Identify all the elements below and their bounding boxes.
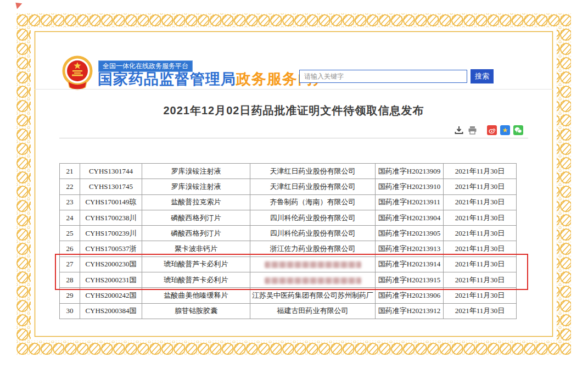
header-divider	[35, 89, 553, 90]
table-row: 21 CYHS1301744 罗库溴铵注射液 天津红日药业股份有限公司 国药准字…	[60, 164, 517, 179]
cell-approval-number: 国药准字H20213915	[376, 272, 444, 288]
cell-date: 2021年11月30日	[444, 164, 517, 179]
cell-approval-number: 国药准字H20213913	[376, 241, 444, 257]
site-title: 国家药品监督管理局政务服务门户	[98, 69, 328, 89]
cell-row-number: 21	[60, 164, 80, 179]
search-input[interactable]	[299, 70, 467, 83]
cell-company-name: 福建古田药业有限公司	[250, 303, 376, 319]
cell-approval-number: 国药准字H20213911	[376, 194, 444, 210]
cell-date: 2021年11月30日	[444, 257, 517, 272]
cell-company-name: 四川科伦药业股份有限公司	[250, 210, 376, 225]
table-row: 24 CYHS1700238川 磷酸西格列汀片 四川科伦药业股份有限公司 国药准…	[60, 210, 517, 225]
cell-date: 2021年11月30日	[444, 303, 517, 319]
cell-company-name	[250, 272, 376, 288]
cell-acceptance-code: CYHS1700238川	[80, 210, 142, 225]
cell-acceptance-code: CYHS1301745	[80, 179, 142, 194]
wechat-share-icon[interactable]	[513, 125, 523, 135]
download-icon[interactable]	[454, 125, 464, 135]
national-emblem-logo	[61, 55, 94, 91]
cell-row-number: 23	[60, 194, 80, 210]
cell-row-number: 25	[60, 226, 80, 241]
table-row: 28 CYHS2000231国 琥珀酸普芦卡必利片 国药准字H20213915 …	[60, 272, 517, 288]
portal-page: 全国一体化在线政务服务平台 国家药品监督管理局政务服务门户 搜索 2021年12…	[0, 0, 588, 368]
cell-row-number: 22	[60, 179, 80, 194]
cell-acceptance-code: CYHS2000242国	[80, 288, 142, 303]
cell-drug-name: 琥珀酸普芦卡必利片	[142, 272, 250, 288]
cell-acceptance-code: CYHS1700537浙	[80, 241, 142, 257]
cell-company-name: 江苏吴中医药集团有限公司苏州制药厂	[250, 288, 376, 303]
redacted-company-blur	[265, 277, 361, 284]
cell-approval-number: 国药准字H20213905	[376, 226, 444, 241]
cell-drug-name: 罗库溴铵注射液	[142, 179, 250, 194]
cell-row-number: 28	[60, 272, 80, 288]
cell-date: 2021年11月30日	[444, 226, 517, 241]
site-name: 国家药品监督管理局	[98, 71, 236, 87]
toolbar-divider	[59, 138, 528, 138]
cell-date: 2021年11月30日	[444, 241, 517, 257]
table-row: 27 CYHS2000230国 琥珀酸普芦卡必利片 国药准字H20213914 …	[60, 257, 517, 272]
cell-acceptance-code: CYHS1301744	[80, 164, 142, 179]
cell-row-number: 26	[60, 241, 80, 257]
cell-acceptance-code: CYHS2000230国	[80, 257, 142, 272]
weibo-share-icon[interactable]	[487, 125, 497, 135]
cell-acceptance-code: CYHS2000384国	[80, 303, 142, 319]
cell-acceptance-code: CYHS2000231国	[80, 272, 142, 288]
cell-date: 2021年11月30日	[444, 179, 517, 194]
qzone-share-icon[interactable]: ★	[500, 125, 510, 135]
cell-drug-name: 聚卡波非钙片	[142, 241, 250, 257]
cell-date: 2021年11月30日	[444, 194, 517, 210]
cell-approval-number: 国药准字H20213904	[376, 210, 444, 225]
cell-row-number: 24	[60, 210, 80, 225]
table-row: 26 CYHS1700537浙 聚卡波非钙片 浙江佐力药业股份有限公司 国药准字…	[60, 241, 517, 257]
cell-approval-number: 国药准字H20213914	[376, 257, 444, 272]
table-row: 30 CYHS2000384国 腺苷钴胺胶囊 福建古田药业有限公司 国药准字H2…	[60, 303, 517, 319]
cell-acceptance-code: CYHS1700239川	[80, 226, 142, 241]
cell-date: 2021年11月30日	[444, 272, 517, 288]
redacted-company-blur	[265, 261, 361, 268]
cell-company-name	[250, 257, 376, 272]
cell-drug-name: 盐酸曲美他嗪缓释片	[142, 288, 250, 303]
share-toolbar: ★	[454, 125, 523, 135]
table-row: 25 CYHS1700239川 磷酸西格列汀片 四川科伦药业股份有限公司 国药准…	[60, 226, 517, 241]
cell-approval-number: 国药准字H20213910	[376, 179, 444, 194]
approval-table: 21 CYHS1301744 罗库溴铵注射液 天津红日药业股份有限公司 国药准字…	[59, 163, 517, 319]
corner-red-mark	[13, 0, 23, 9]
cell-drug-name: 磷酸西格列汀片	[142, 210, 250, 225]
cell-company-name: 浙江佐力药业股份有限公司	[250, 241, 376, 257]
cell-date: 2021年11月30日	[444, 288, 517, 303]
print-icon[interactable]	[467, 125, 477, 135]
cell-approval-number: 国药准字H20213906	[376, 288, 444, 303]
cell-row-number: 29	[60, 288, 80, 303]
cell-company-name: 天津红日药业股份有限公司	[250, 179, 376, 194]
cell-drug-name: 罗库溴铵注射液	[142, 164, 250, 179]
cell-date: 2021年11月30日	[444, 210, 517, 225]
cell-company-name: 天津红日药业股份有限公司	[250, 164, 376, 179]
search-button[interactable]: 搜索	[471, 69, 494, 83]
cell-drug-name: 琥珀酸普芦卡必利片	[142, 257, 250, 272]
cell-row-number: 30	[60, 303, 80, 319]
table-row: 22 CYHS1301745 罗库溴铵注射液 天津红日药业股份有限公司 国药准字…	[60, 179, 517, 194]
search-bar: 搜索	[299, 69, 494, 83]
cell-company-name: 四川科伦药业股份有限公司	[250, 226, 376, 241]
cell-row-number: 27	[60, 257, 80, 272]
page-title: 2021年12月02日药品批准证明文件待领取信息发布	[35, 103, 553, 118]
cell-approval-number: 国药准字H20213912	[376, 303, 444, 319]
table-row: 29 CYHS2000242国 盐酸曲美他嗪缓释片 江苏吴中医药集团有限公司苏州…	[60, 288, 517, 303]
cell-approval-number: 国药准字H20213909	[376, 164, 444, 179]
cell-company-name: 齐鲁制药（海南）有限公司	[250, 194, 376, 210]
cell-drug-name: 磷酸西格列汀片	[142, 226, 250, 241]
cell-acceptance-code: CYHS1700149琼	[80, 194, 142, 210]
table-row: 23 CYHS1700149琼 盐酸普拉克索片 齐鲁制药（海南）有限公司 国药准…	[60, 194, 517, 210]
cell-drug-name: 盐酸普拉克索片	[142, 194, 250, 210]
cell-drug-name: 腺苷钴胺胶囊	[142, 303, 250, 319]
